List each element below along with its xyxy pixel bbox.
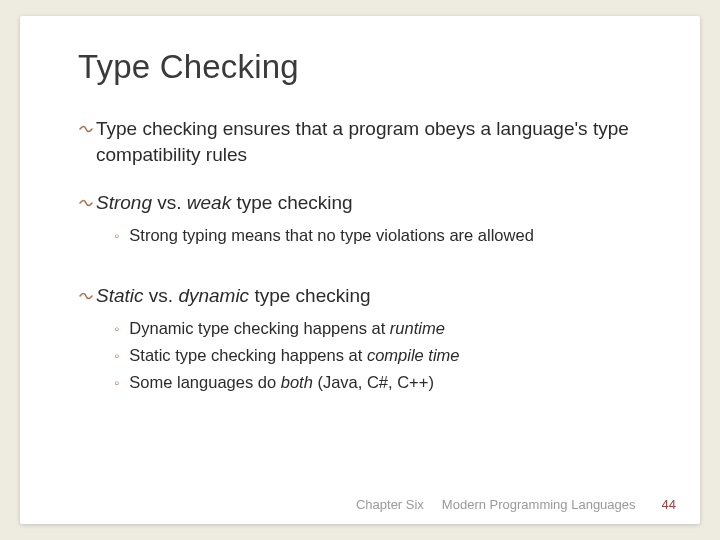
section-gap — [78, 269, 642, 283]
curly-bullet-icon — [78, 190, 94, 216]
circle-bullet-icon: ◦ — [114, 344, 119, 367]
bullet-text: Static vs. dynamic type checking — [96, 283, 371, 309]
circle-bullet-icon: ◦ — [114, 224, 119, 247]
bullet-item: Type checking ensures that a program obe… — [78, 116, 642, 168]
sub-bullet-text: Dynamic type checking happens at runtime — [129, 317, 445, 340]
sub-bullet-text: Static type checking happens at compile … — [129, 344, 459, 367]
sub-bullet-item: ◦Static type checking happens at compile… — [114, 344, 642, 367]
circle-bullet-icon: ◦ — [114, 317, 119, 340]
bullet-item: Strong vs. weak type checking — [78, 190, 642, 216]
slide-title: Type Checking — [78, 48, 642, 86]
footer-chapter: Chapter Six — [356, 497, 424, 512]
section-gap — [78, 176, 642, 190]
sub-bullet-text: Strong typing means that no type violati… — [129, 224, 534, 247]
circle-bullet-icon: ◦ — [114, 371, 119, 394]
footer-book-title: Modern Programming Languages — [442, 497, 636, 512]
sub-bullet-item: ◦Strong typing means that no type violat… — [114, 224, 642, 247]
bullet-list: Type checking ensures that a program obe… — [78, 116, 642, 394]
sub-bullet-list: ◦Strong typing means that no type violat… — [114, 224, 642, 247]
curly-bullet-icon — [78, 283, 94, 309]
footer-page-number: 44 — [662, 497, 676, 512]
slide-footer: Chapter Six Modern Programming Languages… — [20, 497, 700, 512]
bullet-text: Strong vs. weak type checking — [96, 190, 353, 216]
bullet-item: Static vs. dynamic type checking — [78, 283, 642, 309]
sub-bullet-item: ◦Dynamic type checking happens at runtim… — [114, 317, 642, 340]
bullet-text: Type checking ensures that a program obe… — [96, 116, 642, 168]
curly-bullet-icon — [78, 116, 94, 142]
sub-bullet-text: Some languages do both (Java, C#, C++) — [129, 371, 434, 394]
sub-bullet-item: ◦Some languages do both (Java, C#, C++) — [114, 371, 642, 394]
slide-card: Type Checking Type checking ensures that… — [20, 16, 700, 524]
sub-bullet-list: ◦Dynamic type checking happens at runtim… — [114, 317, 642, 394]
